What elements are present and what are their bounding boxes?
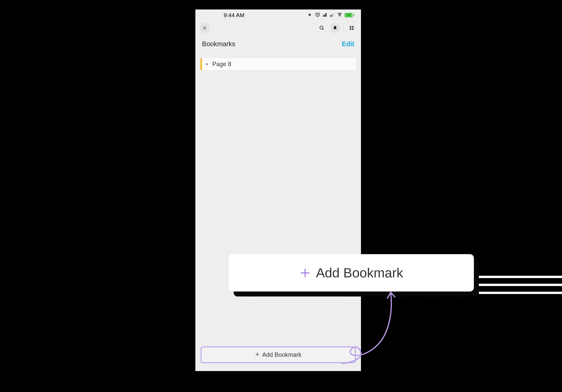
svg-rect-14: [352, 28, 354, 30]
phone-frame: 9:44 AM 92: [195, 10, 361, 371]
svg-rect-8: [333, 13, 334, 17]
svg-rect-13: [350, 28, 351, 30]
add-bookmark-label: Add Bookmark: [262, 351, 302, 358]
svg-point-9: [339, 15, 340, 16]
svg-rect-4: [326, 13, 327, 17]
signal-secondary-icon: [330, 12, 335, 18]
add-bookmark-callout: Add Bookmark: [229, 254, 474, 291]
battery-icon: 92: [345, 13, 354, 17]
add-bookmark-button[interactable]: Add Bookmark: [201, 347, 356, 363]
svg-rect-1: [323, 15, 324, 17]
edit-button[interactable]: Edit: [342, 40, 354, 48]
volume-icon: [308, 12, 313, 18]
signal-icon: [322, 12, 328, 18]
wifi-icon: [337, 12, 342, 18]
bookmark-item-label: Page 8: [212, 61, 231, 67]
svg-rect-6: [331, 15, 332, 17]
bullet-icon: [206, 63, 208, 65]
annotation-stripes: [479, 276, 562, 300]
close-button[interactable]: [199, 23, 210, 33]
status-time: 9:44 AM: [224, 12, 245, 18]
grid-view-button[interactable]: [347, 23, 357, 33]
svg-rect-7: [332, 14, 333, 17]
toolbar: [195, 21, 361, 35]
bookmark-list: Page 8: [195, 53, 361, 70]
status-bar: 9:44 AM 92: [195, 10, 361, 21]
svg-rect-2: [324, 15, 325, 17]
svg-rect-12: [352, 26, 354, 27]
section-header: Bookmarks Edit: [195, 35, 361, 53]
toolbar-divider: [343, 25, 343, 31]
svg-rect-5: [330, 15, 331, 17]
plus-icon: [299, 267, 311, 279]
alarm-icon: [315, 12, 320, 18]
svg-rect-3: [325, 14, 326, 17]
page-title: Bookmarks: [202, 40, 235, 48]
bookmark-item[interactable]: Page 8: [200, 58, 356, 70]
search-button[interactable]: [316, 23, 327, 33]
battery-percent: 92: [345, 13, 353, 17]
bookmark-color-stripe: [200, 58, 202, 70]
plus-icon: [255, 351, 260, 358]
callout-label: Add Bookmark: [316, 265, 403, 280]
bookmark-tab-button[interactable]: [330, 23, 340, 33]
svg-rect-11: [350, 26, 351, 27]
